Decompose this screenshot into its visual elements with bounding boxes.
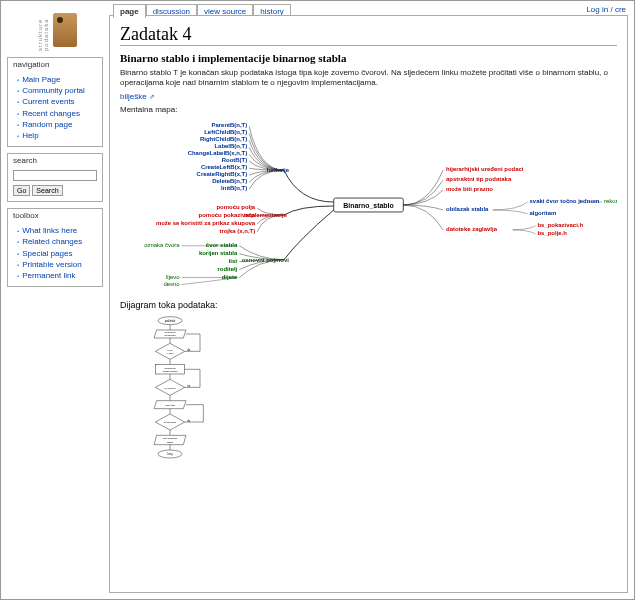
svg-text:ParentB(n,T): ParentB(n,T) [211, 122, 247, 128]
svg-text:obilazak stabla: obilazak stabla [446, 206, 489, 212]
svg-text:list: list [229, 257, 238, 263]
svg-text:svi uneseni?: svi uneseni? [164, 386, 176, 388]
search-go-button[interactable]: Go [13, 185, 30, 196]
svg-text:ne: ne [187, 385, 190, 388]
svg-text:DeleteB(n,T): DeleteB(n,T) [212, 178, 247, 184]
svg-text:rekurzivno-pozivanje: rekurzivno-pozivanje [604, 198, 617, 204]
svg-text:LeftChildB(n,T): LeftChildB(n,T) [204, 129, 247, 135]
svg-text:još pokušaja?: još pokušaja? [163, 421, 177, 423]
mentalna-mapa-label: Mentalna mapa: [120, 105, 617, 115]
nav-portlet: navigation Main PageCommunity portalCurr… [7, 57, 103, 147]
svg-text:LabelB(n,T): LabelB(n,T) [214, 143, 247, 149]
svg-text:algoritam: algoritam [530, 210, 557, 216]
search-input[interactable] [13, 170, 97, 181]
svg-text:čvor stabla: čvor stabla [206, 241, 238, 247]
svg-text:pomoću polja: pomoću polja [216, 204, 255, 210]
nav-item-4[interactable]: Random page [22, 120, 72, 129]
svg-text:apstraktni tip podataka: apstraktni tip podataka [446, 176, 512, 182]
nav-item-5[interactable]: Help [22, 131, 38, 140]
svg-text:roditelj: roditelj [217, 265, 237, 271]
sidebar: navigation Main PageCommunity portalCurr… [7, 57, 103, 293]
toolbox-item-4[interactable]: Permanent link [22, 271, 75, 280]
svg-text:da: da [187, 419, 190, 423]
svg-text:hijerarhijski uređeni podaci: hijerarhijski uređeni podaci [446, 166, 524, 172]
svg-text:ispis binarnog: ispis binarnog [163, 437, 178, 439]
article-content: Zadatak 4 Binarno stablo i implementacij… [109, 15, 628, 593]
tab-page[interactable]: page [113, 4, 146, 18]
section-heading: Binarno stablo i implementacije binarnog… [120, 52, 617, 64]
svg-text:lijevo: lijevo [166, 273, 180, 279]
nav-item-1[interactable]: Community portal [22, 86, 85, 95]
svg-marker-44 [155, 343, 184, 359]
svg-text:n<0 ili: n<0 ili [167, 348, 173, 350]
svg-text:Binarno_stablo: Binarno_stablo [343, 202, 394, 209]
search-heading: search [8, 154, 102, 167]
flowchart-image: početak unos broja elemenata n<0 ili n>1… [120, 314, 260, 514]
intro-paragraph: Binarno stablo T je konačan skup podatak… [120, 68, 617, 89]
svg-text:CreateRightB(x,T): CreateRightB(x,T) [197, 171, 248, 177]
svg-text:pomoću pokazivača: pomoću pokazivača [199, 211, 256, 217]
svg-text:RightChildB(n,T): RightChildB(n,T) [200, 136, 247, 142]
svg-text:može se koristiti za prikaz sk: može se koristiti za prikaz skupova [156, 219, 256, 225]
svg-text:početak: početak [165, 319, 176, 323]
svg-text:RootB(T): RootB(T) [222, 157, 247, 163]
external-link-biljeske[interactable]: bilješke [120, 92, 155, 101]
svg-text:ChangeLabelB(x,n,T): ChangeLabelB(x,n,T) [188, 150, 248, 156]
svg-text:n>100?: n>100? [167, 352, 175, 354]
svg-text:bs_pokazivaci.h: bs_pokazivaci.h [537, 221, 583, 227]
svg-text:da: da [187, 348, 190, 352]
svg-text:stabla: stabla [167, 440, 174, 442]
flowchart-section: Dijagram toka podataka: početak unos bro… [120, 300, 617, 516]
svg-text:unos broja: unos broja [165, 331, 177, 333]
svg-text:oznaka čvora: oznaka čvora [144, 241, 180, 247]
toolbox-item-0[interactable]: What links here [22, 226, 77, 235]
svg-text:InitB(n,T): InitB(n,T) [221, 185, 247, 191]
logo-text: strukture podataka [37, 9, 49, 51]
login-link[interactable]: Log in / cre [586, 5, 626, 14]
svg-text:ispiši test: ispiši test [165, 404, 175, 406]
toolbox-portlet: toolbox What links hereRelated changesSp… [7, 208, 103, 287]
search-portlet: search Go Search [7, 153, 103, 202]
svg-text:trojka (x,n,T): trojka (x,n,T) [219, 227, 255, 233]
nav-item-2[interactable]: Current events [22, 97, 74, 106]
toolbox-item-3[interactable]: Printable version [22, 260, 82, 269]
svg-text:može biti prazno: može biti prazno [446, 186, 493, 192]
dijagram-label: Dijagram toka podataka: [120, 300, 617, 310]
svg-text:inicijaliziraj: inicijaliziraj [164, 366, 176, 368]
toolbox-item-2[interactable]: Special pages [22, 249, 72, 258]
login-links: Log in / cre [586, 5, 626, 14]
svg-text:desno: desno [163, 280, 180, 286]
nav-item-0[interactable]: Main Page [22, 75, 60, 84]
mind-map-image: Binarno_stablo funkcije ParentB(n,T)Left… [120, 120, 617, 290]
svg-text:korijen stabla: korijen stabla [199, 249, 238, 255]
svg-text:binarno stablo: binarno stablo [163, 370, 178, 372]
svg-text:kraj: kraj [168, 452, 173, 456]
svg-text:bs_polje.h: bs_polje.h [537, 229, 567, 235]
site-logo[interactable]: strukture podataka [9, 9, 104, 51]
svg-text:datoteke zaglavlja: datoteke zaglavlja [446, 225, 498, 231]
search-search-button[interactable]: Search [32, 185, 62, 196]
svg-text:svaki čvor točno jednom: svaki čvor točno jednom [530, 198, 600, 204]
toolbox-item-1[interactable]: Related changes [22, 237, 82, 246]
svg-text:elemenata: elemenata [165, 334, 177, 336]
nav-heading: navigation [8, 58, 102, 71]
nav-item-3[interactable]: Recent changes [22, 109, 80, 118]
toolbox-heading: toolbox [8, 209, 102, 222]
svg-text:CreateLeftB(x,T): CreateLeftB(x,T) [201, 164, 247, 170]
logo-image [53, 13, 77, 47]
page-title: Zadatak 4 [120, 24, 617, 46]
